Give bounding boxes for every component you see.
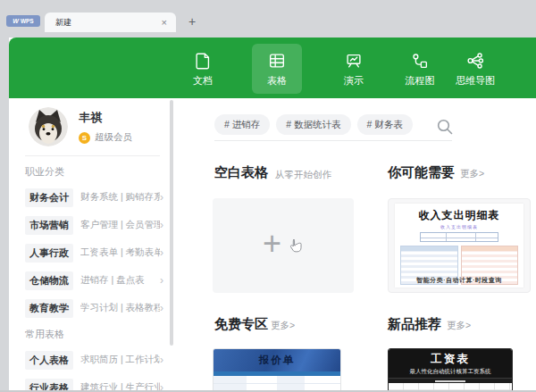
template-card-income-expense[interactable]: 收入支出明细表 收入支出明细表 智能分类·自动计算·时段查询 [388,198,531,293]
nav-label: 思维导图 [456,74,495,88]
category-sub: 求职简历 | 工作计划 [80,354,160,366]
blank-sheet-subtitle: 从零开始创作 [275,169,331,181]
nav-item-flowchart[interactable]: 流程图 [395,44,445,94]
search-tag-purchase[interactable]: # 进销存 [214,114,270,135]
category-chip: 行业表格 [25,379,73,391]
content-area: 丰祺 S 超级会员 职业分类 财务会计 财务系统 | 购销存系.. › 市场营销 [9,98,536,390]
nav-item-mindmap[interactable]: 思维导图 [450,44,500,94]
sidebar-item-personal[interactable]: 个人表格 求职简历 | 工作计划 › [25,351,172,369]
template-title: 工资表 [389,352,512,367]
user-name: 丰祺 [79,110,132,126]
app-window: 文档 表格 演示 [9,38,536,390]
preview-row [214,384,340,390]
nav-label: 文档 [193,74,213,88]
preview-table [389,383,512,390]
nav-item-slides[interactable]: 演示 [329,44,379,94]
template-preview: 收入支出明细表 收入支出明细表 智能分类·自动计算·时段查询 [395,204,523,288]
preview-row [214,376,340,384]
divider [25,155,160,156]
category-chip: 人事行政 [25,244,73,263]
nav-label: 流程图 [406,74,435,88]
template-subtitle: 收入支出明细表 [395,224,523,229]
search-tag-statistics[interactable]: # 数据统计表 [276,114,350,135]
flowchart-icon [410,51,430,71]
tab-title: 新建 [55,17,160,29]
membership-label: 超级会员 [95,131,132,144]
free-zone-title: 免费专区 [214,316,268,333]
sidebar-scrollbar[interactable] [170,100,173,346]
recommend-title: 你可能需要 [388,164,455,181]
nav-label: 演示 [344,74,364,88]
new-arrivals-more-link[interactable]: 更多> [447,320,471,332]
tab-new[interactable]: 新建 × [45,13,176,32]
category-chip: 个人表格 [25,351,73,370]
category-sub: 建筑行业 | 生产行业 [80,381,160,390]
sidebar-item-education[interactable]: 教育教学 学习计划 | 表格教程 › [25,299,172,317]
template-subtitle: 最人性化自动统计核算工资系统 [389,368,512,376]
sidebar-item-marketing[interactable]: 市场营销 客户管理 | 会员管理 › [25,216,172,234]
divider [214,140,452,141]
sidebar-item-warehouse[interactable]: 仓储物流 进销存 | 盘点表 › [25,271,172,289]
template-card-salary[interactable]: 工资表 最人性化自动统计核算工资系统 [388,348,513,390]
sidebar-item-hr[interactable]: 人事行政 工资表单 | 考勤表单 › [25,244,172,262]
nav-item-docs[interactable]: 文档 [178,44,228,94]
search-tag-finance[interactable]: # 财务表 [357,114,413,135]
slides-icon [344,51,364,71]
mindmap-icon [465,51,485,71]
chevron-right-icon: › [160,354,163,366]
create-blank-sheet-card[interactable]: + [213,198,354,293]
close-icon[interactable]: × [160,17,169,29]
sidebar-item-industry[interactable]: 行业表格 建筑行业 | 生产行业 › [25,379,172,390]
avatar [29,107,68,146]
wps-logo-icon: W [13,18,19,24]
template-title: 报价单 [259,354,296,367]
recommend-more-link[interactable]: 更多> [460,168,484,180]
template-header: 报价单 [214,349,340,371]
category-sub: 客户管理 | 会员管理 [80,219,160,231]
blank-sheet-title: 空白表格 [214,164,268,181]
category-chip: 市场营销 [25,216,73,235]
section-label-occupation: 职业分类 [25,165,172,179]
doc-icon [193,51,213,71]
category-sub: 工资表单 | 考勤表单 [80,246,160,259]
category-chip: 教育教学 [25,299,73,318]
hand-cursor-icon [287,238,304,254]
sheet-icon [267,51,287,71]
plus-icon: + [263,228,281,260]
section-label-common: 常用表格 [25,328,172,341]
user-profile[interactable]: 丰祺 S 超级会员 [29,107,172,146]
wps-new-document-screen: W WPS 新建 × + 文档 表格 [0,0,536,392]
wps-logo-label: WPS [21,18,34,24]
titlebar: W WPS 新建 × + [0,0,536,38]
template-caption: 智能分类·自动计算·时段查询 [395,276,523,285]
new-arrivals-title: 新品推荐 [388,316,441,333]
app-type-navbar: 文档 表格 演示 [9,38,536,98]
search-button[interactable] [436,118,454,136]
category-sub: 学习计划 | 表格教程 [80,302,160,314]
wps-logo-button[interactable]: W WPS [6,15,40,27]
free-zone-more-link[interactable]: 更多> [271,320,295,332]
chevron-right-icon: › [160,191,163,204]
chevron-right-icon: › [160,381,163,390]
chevron-right-icon: › [160,302,163,314]
search-icon [436,118,454,136]
sidebar: 丰祺 S 超级会员 职业分类 财务会计 财务系统 | 购销存系.. › 市场营销 [9,98,172,390]
category-chip: 仓储物流 [25,271,73,290]
chevron-right-icon: › [160,274,163,287]
search-tags: # 进销存 # 数据统计表 # 财务表 [214,114,413,135]
template-title: 收入支出明细表 [395,208,523,223]
chevron-right-icon: › [160,219,163,231]
new-tab-button[interactable]: + [186,14,198,29]
sidebar-item-finance[interactable]: 财务会计 财务系统 | 购销存系.. › [25,188,172,206]
nav-item-sheets[interactable]: 表格 [252,44,302,94]
category-chip: 财务会计 [25,188,73,207]
category-sub: 财务系统 | 购销存系.. [80,191,160,204]
coin-icon: S [79,132,90,144]
category-sub: 进销存 | 盘点表 [80,274,160,287]
template-header: 工资表 最人性化自动统计核算工资系统 [389,349,512,378]
preview-summary-table [420,232,498,242]
nav-label: 表格 [267,74,287,88]
template-card-quotation[interactable]: 报价单 [213,348,341,390]
chevron-right-icon: › [160,246,163,259]
membership-badge: S 超级会员 [79,131,132,144]
